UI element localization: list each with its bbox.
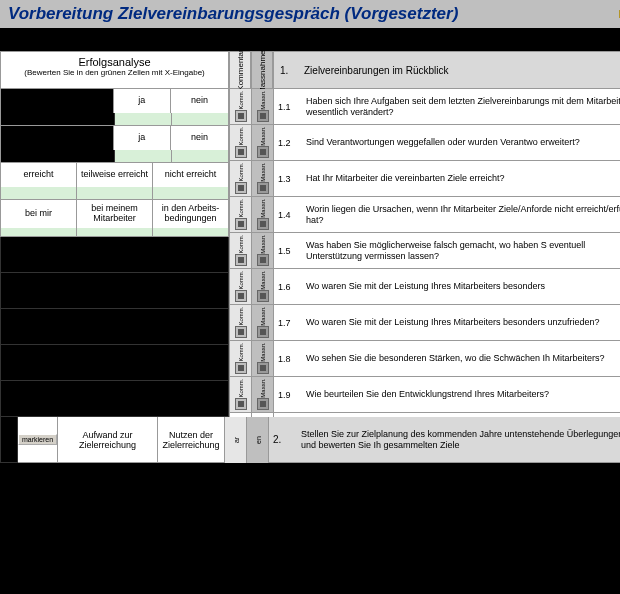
kommentar-checkbox[interactable]	[235, 398, 247, 410]
massnahmen-cell: Massn.	[252, 89, 273, 125]
komm-label-vert: ar	[232, 437, 239, 443]
kommentar-checkbox[interactable]	[235, 182, 247, 194]
x-input-cell[interactable]	[172, 113, 228, 125]
question-text: Haben sich Ihre Aufgaben seit dem letzte…	[306, 96, 620, 118]
kommentar-header: Kommentar	[230, 51, 251, 89]
x-input-cell[interactable]	[77, 228, 153, 236]
nutzen-label: Nutzen der Zielerreichung	[158, 417, 225, 463]
question-number: 1.9	[278, 390, 306, 400]
kommentar-checkbox[interactable]	[235, 218, 247, 230]
x-input-cell[interactable]	[153, 228, 228, 236]
black-cell	[1, 150, 115, 162]
x-input-cell[interactable]	[153, 187, 228, 199]
question-number: 1.4	[278, 210, 306, 220]
mass-label: Massn.	[260, 90, 266, 109]
section-header: 1. Zielvereinbarungen im Rückblick	[274, 51, 620, 89]
question-number: 1.1	[278, 102, 306, 112]
question-text: Wo waren Sie mit der Leistung Ihres Mita…	[306, 281, 545, 292]
question-row: 1.7Wo waren Sie mit der Leistung Ihres M…	[274, 305, 620, 341]
massnahmen-checkbox[interactable]	[257, 182, 269, 194]
massnahmen-checkbox[interactable]	[257, 110, 269, 122]
massnahmen-cell: Massn.	[252, 377, 273, 413]
mass-label: Massn.	[260, 126, 266, 145]
komm-label: Komm.	[238, 378, 244, 397]
kommentar-cell: Komm.	[230, 197, 251, 233]
option-teilweise: teilweise erreicht	[77, 163, 153, 187]
x-input-cell[interactable]	[1, 228, 77, 236]
massnahmen-checkbox[interactable]	[257, 254, 269, 266]
question-number: 1.6	[278, 282, 306, 292]
option-row: erreicht teilweise erreicht nicht erreic…	[1, 163, 228, 187]
kommentar-checkbox[interactable]	[235, 326, 247, 338]
question-number: 1.2	[278, 138, 306, 148]
footer-massnahmen-cell: en	[247, 417, 269, 463]
mass-label: Massn.	[260, 378, 266, 397]
main-grid: Erfolgsanalyse (Bewerten Sie in den grün…	[0, 51, 620, 417]
mass-label: Massn.	[260, 162, 266, 181]
questions-column: 1. Zielvereinbarungen im Rückblick 1.1Ha…	[274, 51, 620, 417]
analysis-row-3: erreicht teilweise erreicht nicht erreic…	[0, 163, 229, 200]
komm-label: Komm.	[238, 306, 244, 325]
kommentar-cell: Komm.	[230, 341, 251, 377]
massnahmen-checkbox[interactable]	[257, 398, 269, 410]
kommentar-cell: Komm.	[230, 233, 251, 269]
black-cell	[1, 113, 115, 125]
analysis-row-1: ja nein	[0, 89, 229, 126]
option-ja: ja	[114, 126, 172, 150]
option-bei-mir: bei mir	[1, 200, 77, 228]
massnahmen-checkbox[interactable]	[257, 290, 269, 302]
x-input-cell[interactable]	[1, 187, 77, 199]
question-text: Wo waren Sie mit der Leistung Ihres Mita…	[306, 317, 599, 328]
black-row	[0, 345, 229, 381]
footer-section-text: Stellen Sie zur Zielplanung des kommende…	[301, 429, 620, 451]
kommentar-checkbox[interactable]	[235, 362, 247, 374]
massnahmen-checkbox[interactable]	[257, 146, 269, 158]
option-row: ja nein	[1, 126, 228, 150]
massnahmen-checkbox[interactable]	[257, 326, 269, 338]
option-bei-mitarbeiter: bei meinem Mitarbeiter	[77, 200, 153, 228]
x-input-cell[interactable]	[172, 150, 228, 162]
mass-label: Massn.	[260, 270, 266, 289]
komm-label: Komm.	[238, 90, 244, 109]
analysis-row-2: ja nein	[0, 126, 229, 163]
question-row: 1.2Sind Verantwortungen weggefallen oder…	[274, 125, 620, 161]
komm-label: Komm.	[238, 126, 244, 145]
black-row	[0, 273, 229, 309]
massnahmen-checkbox[interactable]	[257, 362, 269, 374]
massnahmen-column: Massnahmen Massn. Massn. Massn. Massn. M…	[252, 51, 274, 417]
footer-section-header: 2. Stellen Sie zur Zielplanung des komme…	[269, 417, 620, 463]
option-nein: nein	[171, 126, 228, 150]
kommentar-cell: Komm.	[230, 89, 251, 125]
kommentar-checkbox[interactable]	[235, 146, 247, 158]
massnahmen-cell: Massn.	[252, 125, 273, 161]
x-input-cell[interactable]	[115, 113, 172, 125]
massnahmen-cell: Massn.	[252, 341, 273, 377]
massnahmen-header-label: Massnahmen	[258, 46, 267, 94]
markieren-button[interactable]: markieren	[18, 434, 57, 445]
massnahmen-cell: Massn.	[252, 269, 273, 305]
massnahmen-cell: Massn.	[252, 161, 273, 197]
massnahmen-cell: Massn.	[252, 305, 273, 341]
massnahmen-checkbox[interactable]	[257, 218, 269, 230]
massnahmen-cell: Massn.	[252, 197, 273, 233]
kommentar-header-label: Kommentar	[236, 49, 245, 90]
question-text: Was haben Sie möglicherweise falsch gema…	[306, 240, 620, 262]
kommentar-checkbox[interactable]	[235, 290, 247, 302]
x-input-cell[interactable]	[115, 150, 172, 162]
kommentar-checkbox[interactable]	[235, 110, 247, 122]
kommentar-cell: Komm.	[230, 125, 251, 161]
question-number: 1.7	[278, 318, 306, 328]
komm-label: Komm.	[238, 198, 244, 217]
question-row: 1.4Worin liegen die Ursachen, wenn Ihr M…	[274, 197, 620, 233]
black-cell	[1, 89, 114, 113]
question-row: 1.5Was haben Sie möglicherweise falsch g…	[274, 233, 620, 269]
input-row	[1, 187, 228, 199]
input-row	[1, 228, 228, 236]
question-text: Wie beurteilen Sie den Entwicklungstrend…	[306, 389, 549, 400]
analysis-title: Erfolgsanalyse	[3, 56, 226, 68]
x-input-cell[interactable]	[77, 187, 153, 199]
question-text: Wo sehen Sie die besonderen Stärken, wo …	[306, 353, 605, 364]
section-number: 1.	[280, 65, 304, 76]
kommentar-checkbox[interactable]	[235, 254, 247, 266]
mass-label: Massn.	[260, 198, 266, 217]
